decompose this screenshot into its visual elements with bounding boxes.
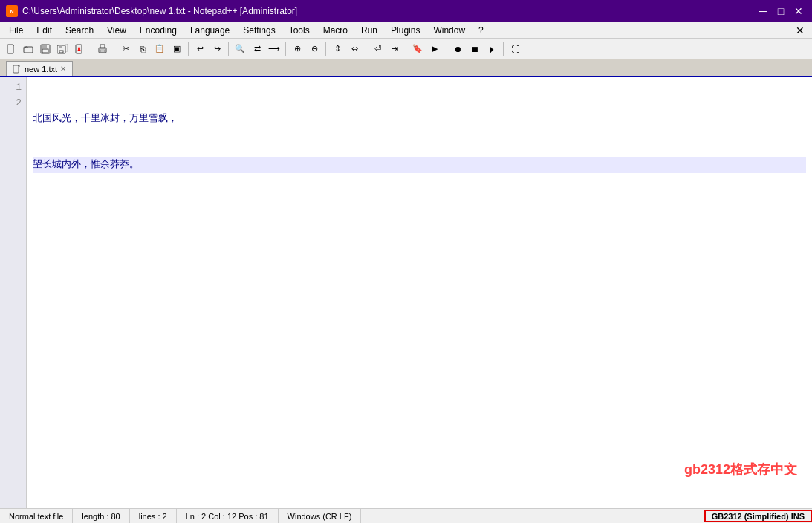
menu-settings[interactable]: Settings — [237, 22, 281, 38]
toolbar-sep-9 — [446, 42, 446, 56]
replace-button[interactable]: ⇄ — [249, 41, 265, 57]
status-length: length : 80 — [73, 509, 129, 523]
menu-tools[interactable]: Tools — [283, 22, 316, 38]
svg-rect-5 — [42, 45, 47, 48]
svg-rect-8 — [59, 45, 62, 48]
menu-view[interactable]: View — [101, 22, 132, 38]
undo-button[interactable]: ↩ — [192, 41, 208, 57]
maximize-button[interactable]: □ — [773, 4, 788, 19]
bookmark-button[interactable]: 🔖 — [409, 41, 426, 57]
menu-search[interactable]: Search — [59, 22, 100, 38]
menu-edit[interactable]: Edit — [30, 22, 58, 38]
annotation-text: gb2312格式存中文 — [684, 461, 797, 478]
menu-encoding[interactable]: Encoding — [134, 22, 183, 38]
menu-close-icon[interactable]: ✕ — [791, 25, 809, 36]
print-button[interactable] — [94, 41, 111, 57]
line-number-1: 1 — [4, 80, 22, 96]
menu-macro[interactable]: Macro — [317, 22, 354, 38]
toolbar-sep-1 — [91, 42, 91, 56]
save-button[interactable] — [37, 41, 53, 57]
close-button[interactable]: ✕ — [791, 4, 806, 19]
tab-bar: new 1.txt ✕ — [0, 59, 812, 77]
status-file-type: Normal text file — [0, 509, 73, 523]
svg-rect-6 — [42, 49, 48, 53]
toolbar-sep-2 — [114, 42, 114, 56]
macro-stop-button[interactable]: ⏹ — [467, 41, 483, 57]
paste-button[interactable]: 📋 — [152, 41, 168, 57]
file-tab-icon — [13, 65, 22, 74]
macro-play-button[interactable]: ⏵ — [484, 41, 500, 57]
minimize-button[interactable]: ─ — [756, 4, 770, 19]
title-bar: N C:\Users\Administrator\Desktop\new 1.t… — [0, 0, 812, 22]
menu-file[interactable]: File — [3, 22, 29, 38]
toolbar-sep-4 — [228, 42, 229, 56]
toolbar: ✂ ⎘ 📋 ▣ ↩ ↪ 🔍 ⇄ ⟶ ⊕ ⊖ ⇕ ⇔ ⏎ ⇥ 🔖 ▶ ⏺ ⏹ ⏵ … — [0, 39, 812, 59]
svg-rect-2 — [7, 45, 13, 53]
close-doc-button[interactable] — [71, 41, 88, 57]
status-position: Ln : 2 Col : 12 Pos : 81 — [177, 509, 279, 523]
select-all-button[interactable]: ▣ — [169, 41, 185, 57]
find-next-button[interactable]: ⟶ — [266, 41, 282, 57]
svg-rect-16 — [13, 65, 19, 73]
redo-button[interactable]: ↪ — [209, 41, 225, 57]
editor-container: 1 2 北国风光，千里冰封，万里雪飘， 望长城内外，惟余莽莽。 — [0, 77, 812, 508]
sync-scroll-h-button[interactable]: ⇔ — [346, 41, 363, 57]
toolbar-sep-8 — [406, 42, 406, 56]
copy-button[interactable]: ⎘ — [134, 41, 151, 57]
fullscreen-button[interactable]: ⛶ — [507, 41, 523, 57]
cursor — [140, 159, 146, 170]
macro-record-button[interactable]: ⏺ — [449, 41, 466, 57]
app-icon: N — [6, 5, 18, 17]
status-lines: lines : 2 — [130, 509, 177, 523]
tab-new1[interactable]: new 1.txt ✕ — [6, 61, 73, 76]
status-line-ending: Windows (CR LF) — [279, 509, 362, 523]
window-controls: ─ □ ✕ — [756, 4, 806, 19]
line-1-text: 北国风光，千里冰封，万里雪飘， — [33, 113, 178, 124]
run-button[interactable]: ▶ — [426, 41, 443, 57]
word-wrap-button[interactable]: ⏎ — [369, 41, 386, 57]
svg-rect-9 — [59, 51, 63, 53]
title-left: N C:\Users\Administrator\Desktop\new 1.t… — [6, 5, 297, 17]
status-encoding: GB2312 (Simplified) INS — [704, 510, 812, 522]
editor-line-2: 望长城内外，惟余莽莽。 — [33, 157, 806, 173]
toolbar-sep-5 — [285, 42, 286, 56]
line-2-text: 望长城内外，惟余莽莽。 — [33, 159, 139, 170]
open-button[interactable] — [20, 41, 36, 57]
status-bar: Normal text file length : 80 lines : 2 L… — [0, 508, 812, 523]
indent-button[interactable]: ⇥ — [386, 41, 403, 57]
menu-run[interactable]: Run — [355, 22, 383, 38]
menu-window[interactable]: Window — [427, 22, 471, 38]
line-numbers: 1 2 — [0, 77, 27, 508]
sync-scroll-v-button[interactable]: ⇕ — [329, 41, 345, 57]
menu-bar: File Edit Search View Encoding Language … — [0, 22, 812, 39]
tab-close-icon[interactable]: ✕ — [60, 65, 66, 73]
zoom-out-button[interactable]: ⊖ — [306, 41, 322, 57]
toolbar-sep-6 — [325, 42, 326, 56]
toolbar-sep-3 — [188, 42, 189, 56]
menu-language[interactable]: Language — [184, 22, 236, 38]
window-title: C:\Users\Administrator\Desktop\new 1.txt… — [22, 6, 297, 16]
editor-line-1: 北国风光，千里冰封，万里雪飘， — [33, 111, 806, 127]
menu-help[interactable]: ? — [472, 22, 490, 38]
new-button[interactable] — [3, 41, 19, 57]
cut-button[interactable]: ✂ — [117, 41, 134, 57]
toolbar-sep-7 — [366, 42, 366, 56]
tab-label: new 1.txt — [25, 65, 57, 74]
zoom-in-button[interactable]: ⊕ — [289, 41, 305, 57]
svg-rect-15 — [100, 50, 105, 52]
svg-text:N: N — [10, 9, 13, 14]
menu-plugins[interactable]: Plugins — [385, 22, 426, 38]
find-button[interactable]: 🔍 — [232, 41, 248, 57]
editor-area[interactable]: 北国风光，千里冰封，万里雪飘， 望长城内外，惟余莽莽。 — [27, 77, 812, 508]
toolbar-sep-10 — [503, 42, 504, 56]
line-number-2: 2 — [4, 96, 22, 111]
save-all-button[interactable] — [54, 41, 71, 57]
